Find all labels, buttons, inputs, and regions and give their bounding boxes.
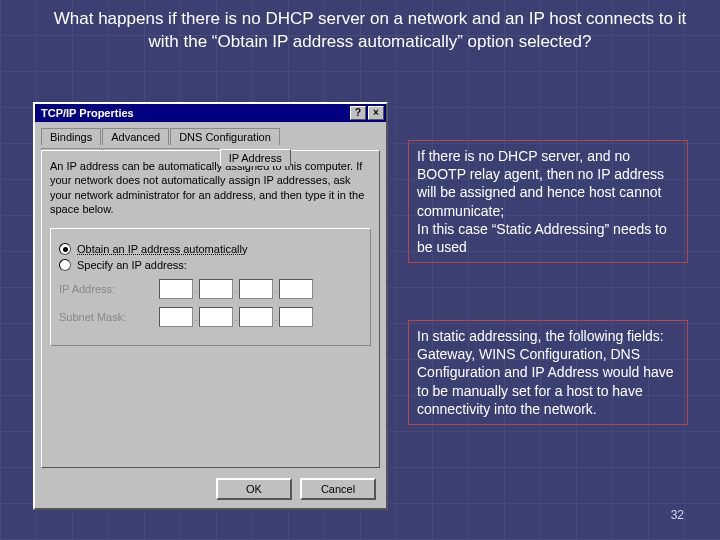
page-number: 32	[671, 508, 684, 522]
tab-advanced[interactable]: Advanced	[102, 128, 169, 145]
radio-specify[interactable]	[59, 259, 71, 271]
ip-oct-4[interactable]	[279, 279, 313, 299]
sn-oct-3[interactable]	[239, 307, 273, 327]
sn-oct-4[interactable]	[279, 307, 313, 327]
callout-2: In static addressing, the following fiel…	[408, 320, 688, 425]
subnet-label: Subnet Mask:	[59, 311, 149, 323]
ip-oct-2[interactable]	[199, 279, 233, 299]
ok-button[interactable]: OK	[216, 478, 292, 500]
sn-oct-1[interactable]	[159, 307, 193, 327]
tab-row-1: Bindings Advanced DNS Configuration	[41, 128, 380, 145]
tab-ipaddress[interactable]: IP Address	[220, 149, 291, 166]
radio-specify-label: Specify an IP address:	[77, 259, 187, 271]
tcpip-dialog: TCP/IP Properties ? × Bindings Advanced …	[33, 102, 388, 510]
close-button[interactable]: ×	[368, 106, 384, 120]
ip-oct-1[interactable]	[159, 279, 193, 299]
radio-dot-icon	[63, 247, 68, 252]
dialog-titlebar[interactable]: TCP/IP Properties ? ×	[35, 104, 386, 122]
sn-oct-2[interactable]	[199, 307, 233, 327]
dialog-description: An IP address can be automatically assig…	[50, 159, 371, 216]
radio-auto[interactable]	[59, 243, 71, 255]
callout-1: If there is no DHCP server, and no BOOTP…	[408, 140, 688, 263]
radio-specify-row[interactable]: Specify an IP address:	[59, 259, 362, 271]
dialog-title: TCP/IP Properties	[41, 107, 134, 119]
ip-oct-3[interactable]	[239, 279, 273, 299]
radio-auto-label: Obtain an IP address automatically	[77, 243, 247, 255]
subnet-field[interactable]: . . .	[159, 307, 313, 327]
radio-auto-row[interactable]: Obtain an IP address automatically	[59, 243, 362, 255]
ip-address-label: IP Address:	[59, 283, 149, 295]
tab-bindings[interactable]: Bindings	[41, 128, 101, 145]
help-button[interactable]: ?	[350, 106, 366, 120]
ip-address-field[interactable]: . . .	[159, 279, 313, 299]
tab-dns[interactable]: DNS Configuration	[170, 128, 280, 145]
slide-title: What happens if there is no DHCP server …	[50, 8, 690, 54]
cancel-button[interactable]: Cancel	[300, 478, 376, 500]
tab-panel-ipaddress: An IP address can be automatically assig…	[41, 150, 380, 468]
ip-mode-group: Obtain an IP address automatically Speci…	[50, 228, 371, 346]
